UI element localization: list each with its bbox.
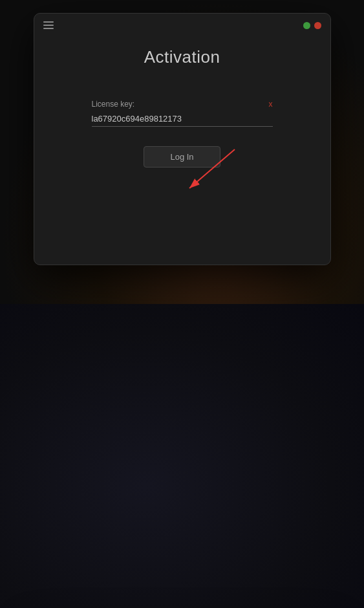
dot-red-top[interactable] bbox=[314, 22, 321, 29]
top-panel: Activation License key: x Log In bbox=[0, 0, 364, 304]
menu-icon[interactable] bbox=[43, 21, 54, 29]
license-label: License key: bbox=[92, 100, 135, 109]
titlebar-top bbox=[34, 14, 330, 34]
license-form-group: License key: x bbox=[92, 100, 273, 127]
activation-window: Activation License key: x Log In bbox=[34, 13, 331, 265]
license-clear-button[interactable]: x bbox=[269, 100, 273, 109]
activation-title: Activation bbox=[144, 47, 220, 67]
window-controls-top bbox=[303, 22, 321, 29]
login-button[interactable]: Log In bbox=[144, 146, 220, 168]
license-input[interactable] bbox=[92, 111, 273, 127]
activation-content: Activation License key: x Log In bbox=[34, 34, 330, 180]
bottom-panel: EFT INTERNAL ℹ Status Undetected ⏱ Expir… bbox=[0, 304, 364, 608]
license-label-row: License key: x bbox=[92, 100, 273, 109]
dot-green-top[interactable] bbox=[303, 22, 310, 29]
